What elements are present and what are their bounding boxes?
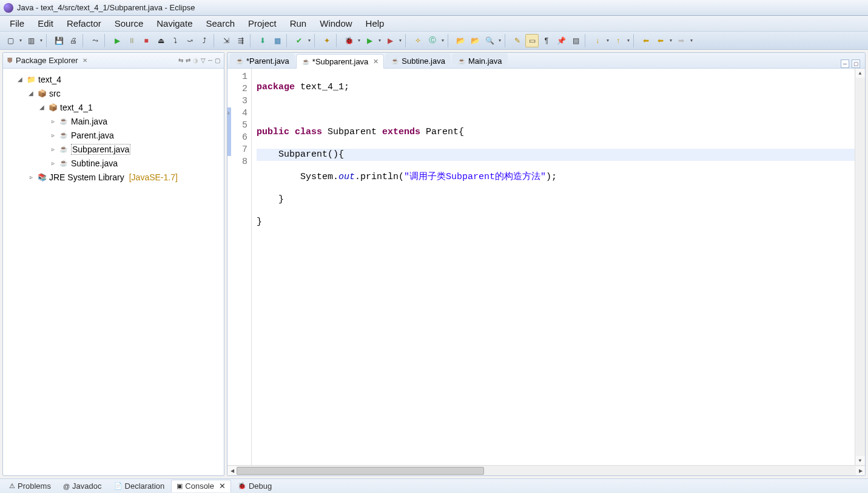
build-button[interactable]: ⬇ <box>256 34 269 47</box>
debug-button[interactable]: 🐞 <box>342 34 355 47</box>
tab-javadoc[interactable]: @Javadoc <box>58 480 107 492</box>
tab-close-icon[interactable]: ✕ <box>373 58 378 66</box>
print-button[interactable]: 🖨 <box>67 34 80 47</box>
package-explorer-tree[interactable]: ◢ text_4 ◢ src ◢ text_4_1 ▹ Main.java ▹ <box>3 69 224 475</box>
menu-search[interactable]: Search <box>200 16 241 30</box>
tab-declaration[interactable]: 📄Declaration <box>109 480 170 492</box>
menu-run[interactable]: Run <box>284 16 313 30</box>
back-button[interactable]: ⬅ <box>639 34 653 47</box>
editor-maximize-icon[interactable]: ▢ <box>852 59 860 68</box>
search-dropdown[interactable]: ▾ <box>497 38 502 43</box>
scroll-down-icon[interactable]: ▼ <box>856 456 865 465</box>
menu-refactor[interactable]: Refactor <box>61 16 107 30</box>
tree-src-folder[interactable]: ◢ src <box>3 86 224 100</box>
scroll-left-icon[interactable]: ◀ <box>227 466 237 475</box>
resume-button[interactable]: ▶ <box>110 34 124 47</box>
editor-tab-subparent[interactable]: *Subparent.java ✕ <box>296 54 385 69</box>
suspend-button[interactable]: ⏸ <box>125 34 138 47</box>
focus-icon[interactable]: ◑ <box>193 57 198 64</box>
show-whitespace-button[interactable]: ¶ <box>540 34 553 47</box>
editor-tab-parent[interactable]: *Parent.java <box>230 53 295 68</box>
expand-icon[interactable]: ▹ <box>49 118 56 124</box>
back-dropdown[interactable]: ▾ <box>668 38 673 43</box>
scrollbar-thumb[interactable] <box>237 467 484 475</box>
expand-icon[interactable]: ◢ <box>38 104 45 110</box>
link-editor-icon[interactable]: ⇄ <box>186 57 190 64</box>
tree-package[interactable]: ◢ text_4_1 <box>3 100 224 114</box>
menu-help[interactable]: Help <box>360 16 391 30</box>
menu-edit[interactable]: Edit <box>32 16 59 30</box>
prev-annotation-button[interactable]: ↑ <box>611 34 625 47</box>
prev-annotation-dropdown[interactable]: ▾ <box>626 38 631 43</box>
last-edit-button[interactable]: ⬅ <box>654 34 667 47</box>
run-last-button[interactable]: ▶ <box>383 34 397 47</box>
view-close-icon[interactable]: ✕ <box>81 57 89 64</box>
editor-tab-subtine[interactable]: Subtine.java <box>385 53 451 68</box>
check-button[interactable]: ✔ <box>292 34 306 47</box>
menu-navigate[interactable]: Navigate <box>150 16 198 30</box>
step-over-button[interactable]: ⤻ <box>183 34 197 47</box>
toggle-button[interactable]: ▦ <box>271 34 284 47</box>
toggle-mark-button[interactable]: ✎ <box>511 34 524 47</box>
forward-button[interactable]: ➡ <box>675 34 688 47</box>
tab-debug[interactable]: 🐞Debug <box>232 480 277 492</box>
expand-icon[interactable]: ▹ <box>49 132 56 138</box>
open-task-button[interactable]: 📂 <box>468 34 482 47</box>
editor-tab-main[interactable]: Main.java <box>452 53 508 68</box>
toggle-breadcrumb-button[interactable]: ▤ <box>569 34 582 47</box>
expand-icon[interactable]: ▹ <box>49 146 56 152</box>
terminate-button[interactable]: ■ <box>140 34 153 47</box>
save-all-button[interactable]: ▥ <box>24 34 38 47</box>
search-button[interactable]: 🔍 <box>483 34 496 47</box>
save-dropdown[interactable]: ▾ <box>39 38 44 43</box>
tree-file-subtine[interactable]: ▹ Subtine.java <box>3 156 224 170</box>
debug-dropdown[interactable]: ▾ <box>357 38 362 43</box>
open-type-button[interactable]: 📂 <box>454 34 467 47</box>
maximize-icon[interactable]: ▢ <box>215 57 220 64</box>
vertical-scrollbar[interactable]: ▲ ▼ <box>855 69 865 465</box>
view-close-icon[interactable]: ✕ <box>219 481 226 491</box>
expand-icon[interactable]: ◢ <box>16 76 24 83</box>
horizontal-scrollbar[interactable]: ◀ ▶ <box>227 465 865 475</box>
disconnect-button[interactable]: ⏏ <box>154 34 167 47</box>
menu-window[interactable]: Window <box>314 16 358 30</box>
expand-icon[interactable]: ▹ <box>27 174 35 180</box>
step-return-button[interactable]: ⤴ <box>198 34 211 47</box>
expand-icon[interactable]: ◢ <box>27 90 35 97</box>
save-button[interactable]: 💾 <box>52 34 66 47</box>
use-step-filters-button[interactable]: ⇶ <box>234 34 247 47</box>
minimize-icon[interactable]: ─ <box>208 57 212 64</box>
new-button[interactable]: ▢ <box>4 34 17 47</box>
tree-file-subparent[interactable]: ▹ Subparent.java <box>3 142 224 156</box>
expand-icon[interactable]: ▹ <box>49 160 56 166</box>
step-into-button[interactable]: ⤵ <box>169 34 182 47</box>
run-dropdown[interactable]: ▾ <box>377 38 382 43</box>
tree-file-parent[interactable]: ▹ Parent.java <box>3 128 224 142</box>
tab-problems[interactable]: ⚠Problems <box>4 480 56 492</box>
menu-file[interactable]: File <box>4 16 30 30</box>
next-annotation-dropdown[interactable]: ▾ <box>605 38 610 43</box>
tree-project[interactable]: ◢ text_4 <box>3 72 224 86</box>
menu-project[interactable]: Project <box>242 16 283 30</box>
new-wizard-button[interactable]: ✦ <box>320 34 334 47</box>
editor-minimize-icon[interactable]: ─ <box>841 59 849 68</box>
toggle-block-button[interactable]: ▭ <box>525 34 539 47</box>
skip-breakpoints-button[interactable]: ⤳ <box>89 34 102 47</box>
drop-to-frame-button[interactable]: ⇲ <box>220 34 233 47</box>
new-class-dropdown[interactable]: ▾ <box>440 38 445 43</box>
code-editor[interactable]: package text_4_1; public class Subparent… <box>252 69 855 465</box>
menu-source[interactable]: Source <box>109 16 150 30</box>
new-package-button[interactable]: ✧ <box>411 34 425 47</box>
scroll-up-icon[interactable]: ▲ <box>856 69 865 78</box>
run-last-dropdown[interactable]: ▾ <box>398 38 403 43</box>
tab-console[interactable]: ▣Console✕ <box>171 480 231 492</box>
new-class-button[interactable]: Ⓒ <box>426 34 439 47</box>
tree-file-main[interactable]: ▹ Main.java <box>3 114 224 128</box>
run-button[interactable]: ▶ <box>363 34 376 47</box>
check-dropdown[interactable]: ▾ <box>307 38 312 43</box>
collapse-all-icon[interactable]: ⇆ <box>178 57 183 64</box>
scroll-right-icon[interactable]: ▶ <box>856 466 865 475</box>
tree-jre[interactable]: ▹ JRE System Library [JavaSE-1.7] <box>3 170 224 184</box>
forward-dropdown[interactable]: ▾ <box>689 38 694 43</box>
new-dropdown[interactable]: ▾ <box>18 38 23 43</box>
